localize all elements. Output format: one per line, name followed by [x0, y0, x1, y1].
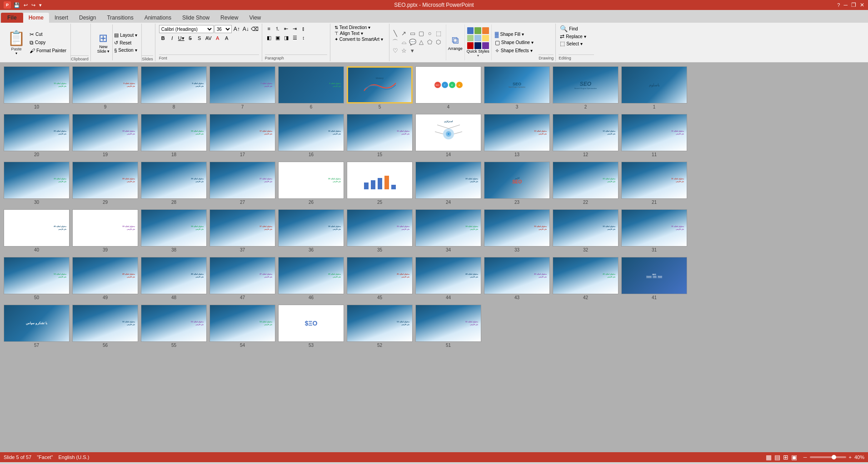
find-button[interactable]: 🔍 Find	[559, 25, 594, 33]
zoom-level[interactable]: 40%	[854, 454, 864, 460]
slide-thumb[interactable]: محتوای اسلاید 8متن فارسی8	[141, 66, 207, 110]
shape-rounded-rect[interactable]: ▢	[417, 30, 425, 38]
slide-thumb[interactable]: محتوای اسلاید 19متن فارسی19	[72, 114, 138, 158]
shape-heart[interactable]: ♡	[391, 47, 399, 55]
slide-thumb[interactable]: محتوای اسلاید 33متن فارسی33	[484, 209, 550, 253]
slide-thumb[interactable]: محتوای اسلاید 44متن فارسی44	[415, 257, 481, 301]
slide-thumb[interactable]: محتوای اسلاید 27متن فارسی27	[210, 162, 275, 206]
maximize-btn[interactable]: ❐	[851, 2, 856, 8]
tab-slideshow[interactable]: Slide Show	[177, 13, 215, 23]
shape-rect[interactable]: ▭	[409, 30, 417, 38]
slide-thumb[interactable]: محتوای اسلاید 31متن فارسی31	[621, 209, 687, 253]
shape-hexagon[interactable]: ⬡	[434, 38, 443, 46]
slide-sorter-btn[interactable]: ▤	[774, 454, 780, 461]
align-left-btn[interactable]: ◧	[265, 34, 273, 42]
strikethrough-button[interactable]: S̶	[186, 34, 195, 42]
italic-button[interactable]: I	[168, 34, 176, 42]
shape-callout[interactable]: 💬	[409, 38, 417, 46]
slide-thumb[interactable]: محتوای اسلاید 42متن فارسی42	[553, 257, 619, 301]
tab-review[interactable]: Review	[215, 13, 244, 23]
slide-thumb[interactable]: محتوای اسلاید 16متن فارسی16	[278, 114, 344, 158]
slide-thumb[interactable]: محتوای اسلاید 51متن فارسی51	[415, 305, 481, 349]
align-center-btn[interactable]: ▣	[274, 34, 282, 42]
reading-view-btn[interactable]: ⊞	[783, 454, 788, 461]
slide-thumb[interactable]: محتوای اسلاید 21متن فارسی21	[621, 162, 687, 206]
align-right-btn[interactable]: ◨	[282, 34, 290, 42]
slide-thumb[interactable]: محتوای اسلاید 40متن فارسی40	[4, 209, 70, 253]
slide-thumb[interactable]: محتوای اسلاید 20متن فارسی20	[4, 114, 70, 158]
slide-thumb[interactable]: محتوای اسلاید 35متن فارسی35	[347, 209, 413, 253]
slide-thumb[interactable]: محتوای اسلاید 17متن فارسی17	[210, 114, 275, 158]
shape-star[interactable]: ☆	[400, 47, 408, 55]
line-spacing-btn[interactable]: ↕	[299, 34, 308, 42]
decrease-indent-btn[interactable]: ⇤	[282, 25, 290, 33]
slide-thumb[interactable]: محتوای اسلاید 48متن فارسی48	[141, 257, 207, 301]
slide-thumb[interactable]: محتوای اسلاید 9متن فارسی9	[72, 66, 138, 110]
reset-button[interactable]: ↺ Reset	[113, 39, 139, 46]
justify-btn[interactable]: ☰	[291, 34, 299, 42]
slide-thumb[interactable]: محتوای اسلاید 56متن فارسی56	[72, 305, 138, 349]
slide-thumb[interactable]: SEOContentLinksSocial41	[621, 257, 687, 301]
shape-triangle[interactable]: △	[417, 38, 425, 46]
shape-oval[interactable]: ○	[426, 30, 434, 38]
slide-thumb[interactable]: محتوای اسلاید 45متن فارسی45	[347, 257, 413, 301]
shape-pentagon[interactable]: ⬠	[426, 38, 434, 46]
slide-thumb[interactable]: محتوای اسلاید 55متن فارسی55	[141, 305, 207, 349]
font-size-select[interactable]: 36	[215, 25, 232, 33]
decrease-font-btn[interactable]: A↓	[242, 25, 250, 33]
shadow-button[interactable]: S	[195, 34, 204, 42]
shape-more[interactable]: ⬚	[434, 30, 443, 38]
quick-styles-button[interactable]	[467, 27, 489, 49]
increase-indent-btn[interactable]: ⇥	[291, 25, 299, 33]
slide-thumb[interactable]: 25	[347, 162, 413, 206]
slide-thumb[interactable]: محتوای اسلاید 34متن فارسی34	[415, 209, 481, 253]
tab-animations[interactable]: Animations	[139, 13, 177, 23]
shape-effects-button[interactable]: ✧ Shape Effects ▾	[494, 47, 535, 54]
slide-thumb[interactable]: محتوای اسلاید 10متن فارسی10	[4, 66, 70, 110]
slide-thumb[interactable]: کاربرSEO23	[484, 162, 550, 206]
normal-view-btn[interactable]: ▦	[766, 454, 772, 461]
tab-file[interactable]: File	[1, 13, 23, 23]
slide-thumb[interactable]: SEOSearch Engine Optimization3	[484, 66, 550, 110]
numbering-button[interactable]: ⒈	[274, 25, 282, 33]
help-btn[interactable]: ?	[837, 2, 840, 8]
slide-thumb[interactable]: محتوای اسلاید 46متن فارسی46	[278, 257, 344, 301]
save-btn[interactable]: 💾	[13, 2, 21, 9]
undo-btn[interactable]: ↩	[23, 2, 29, 9]
slide-thumb[interactable]: $ΞO53	[278, 305, 344, 349]
slide-thumb[interactable]: محتوای اسلاید 37متن فارسی37	[210, 209, 275, 253]
slide-thumb[interactable]: محتوای اسلاید 47متن فارسی47	[210, 257, 275, 301]
cut-button[interactable]: ✂ Cut	[28, 31, 68, 38]
tab-home[interactable]: Home	[23, 13, 49, 23]
font-name-select[interactable]: Calibri (Headings)	[159, 25, 214, 33]
cols-button[interactable]: ⫿	[299, 25, 308, 33]
tab-view[interactable]: View	[244, 13, 266, 23]
bullets-button[interactable]: ≡	[265, 25, 273, 33]
slide-thumb[interactable]: محتوای اسلاید 38متن فارسی38	[141, 209, 207, 253]
redo-btn[interactable]: ↪	[30, 2, 36, 9]
close-btn[interactable]: ✕	[860, 2, 864, 8]
slide-thumb[interactable]: محتوای اسلاید 50متن فارسی50	[4, 257, 70, 301]
align-text-button[interactable]: ⊤ Align Text ▾	[333, 30, 386, 36]
slide-thumb[interactable]: محتوای اسلاید 54متن فارسی54	[210, 305, 275, 349]
shape-fill-button[interactable]: ▓ Shape Fill ▾	[494, 31, 535, 38]
shape-arrow[interactable]: ↗	[400, 30, 408, 38]
slide-thumb[interactable]: محتوای اسلاید 26متن فارسی26	[278, 162, 344, 206]
zoom-thumb[interactable]	[832, 455, 836, 459]
slide-thumb[interactable]: محتوای اسلاید 28متن فارسی28	[141, 162, 207, 206]
underline-button[interactable]: U▾	[177, 34, 185, 42]
slide-thumb[interactable]: محتوای اسلاید 12متن فارسی12	[553, 114, 619, 158]
slide-thumb[interactable]: محتوای اسلاید 43متن فارسی43	[484, 257, 550, 301]
slide-thumb[interactable]: محتوای اسلاید 24متن فارسی24	[415, 162, 481, 206]
slide-thumb[interactable]: محتوای اسلاید 13متن فارسی13	[484, 114, 550, 158]
text-direction-button[interactable]: ⇅ Text Direction ▾	[333, 25, 386, 30]
bold-button[interactable]: B	[159, 34, 167, 42]
slide-thumb[interactable]: محتوای اسلاید 36متن فارسی36	[278, 209, 344, 253]
minimize-btn[interactable]: ─	[843, 2, 848, 8]
slide-thumb[interactable]: محتوای اسلاید 39متن فارسی39	[72, 209, 138, 253]
slide-thumb[interactable]: محتوای اسلاید 29متن فارسی29	[72, 162, 138, 206]
replace-button[interactable]: ⇄ Replace ▾	[559, 33, 594, 40]
slide-thumb[interactable]: محتوای اسلاید 22متن فارسی22	[553, 162, 619, 206]
increase-font-btn[interactable]: A↑	[233, 25, 241, 33]
slide-thumb[interactable]: محتوای اسلاید 11متن فارسی11	[621, 114, 687, 158]
